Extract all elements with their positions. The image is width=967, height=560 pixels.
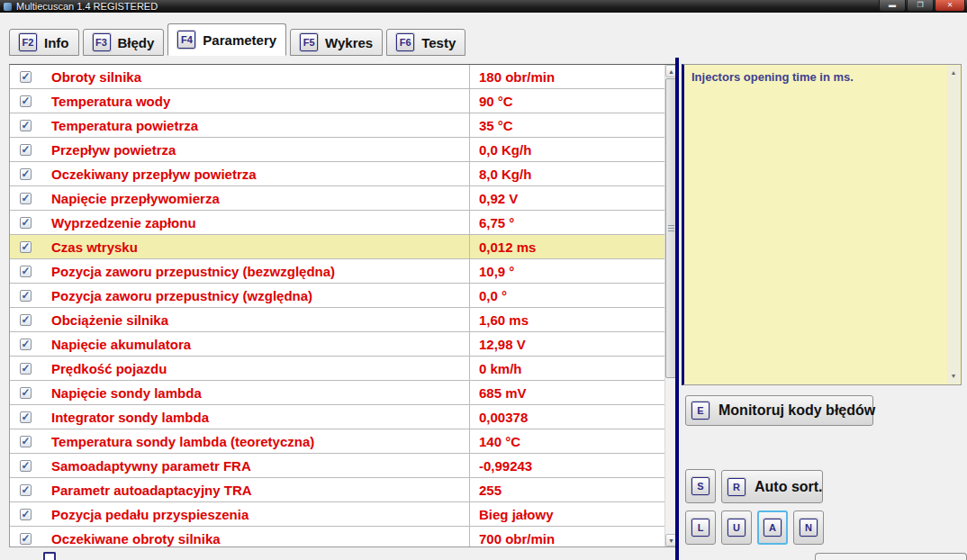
checkbox-cell xyxy=(10,460,41,472)
parameter-row[interactable]: Pozycja pedału przyspieszenia Bieg jałow… xyxy=(10,502,664,527)
checkbox-cell xyxy=(10,168,41,180)
tab[interactable]: F3 Błędy xyxy=(83,29,165,56)
parameter-row[interactable]: Temperatura sondy lambda (teoretyczna) 1… xyxy=(10,429,664,454)
row-checkbox[interactable] xyxy=(20,411,32,423)
parameter-row[interactable]: Integrator sondy lambda 0,00378 xyxy=(10,405,664,429)
scroll-up-icon[interactable]: ▲ xyxy=(947,68,960,78)
tab-label: Wykres xyxy=(325,35,373,50)
scroll-down-icon[interactable]: ▼ xyxy=(947,371,960,382)
row-checkbox[interactable] xyxy=(20,217,32,229)
parameter-row[interactable]: Przepływ powietrza 0,0 Kg/h xyxy=(10,138,664,162)
parameter-value: 8,0 Kg/h xyxy=(469,162,664,185)
parameters-table: Obroty silnika 180 obr/min Temperatura w… xyxy=(9,64,676,547)
parameter-row[interactable]: Temperatura wody 90 °C xyxy=(10,89,664,113)
view-mode-button[interactable]: A xyxy=(757,510,788,545)
row-checkbox[interactable] xyxy=(20,120,32,131)
parameter-value: 255 xyxy=(469,478,664,501)
row-checkbox[interactable] xyxy=(20,168,32,180)
parameter-row[interactable]: Obroty silnika 180 obr/min xyxy=(10,65,664,89)
parameter-row[interactable]: Obciążenie silnika 1,60 ms xyxy=(10,308,664,332)
row-checkbox[interactable] xyxy=(20,436,32,447)
sort-s-button[interactable]: S xyxy=(685,469,716,503)
parameter-name: Prędkość pojazdu xyxy=(41,361,469,376)
parameter-row[interactable]: Temperatura powietrza 35 °C xyxy=(10,113,664,138)
view-mode-button[interactable]: U xyxy=(721,510,752,545)
row-checkbox[interactable] xyxy=(20,71,32,83)
app-icon xyxy=(4,3,12,11)
row-checkbox[interactable] xyxy=(20,484,32,496)
parameter-row[interactable]: Prędkość pojazdu 0 km/h xyxy=(10,357,664,381)
s-key-keycap: S xyxy=(691,477,709,495)
parameter-name: Pozycja zaworu przepustnicy (bezwzględna… xyxy=(41,264,469,279)
parameter-value: 0,012 ms xyxy=(469,235,664,258)
close-button[interactable]: ✕ xyxy=(935,0,965,12)
function-key-keycap: F6 xyxy=(396,33,414,51)
parameter-value: 10,9 ° xyxy=(469,259,664,283)
parameter-description-text: Injectors opening time in ms. xyxy=(691,70,943,84)
view-mode-buttons: L U A N xyxy=(685,510,829,545)
checkbox-cell xyxy=(10,363,41,375)
letter-keycap: L xyxy=(691,519,709,537)
parameter-row[interactable]: Pozycja zaworu przepustnicy (bezwzględna… xyxy=(10,259,664,284)
checkbox-cell xyxy=(10,387,41,399)
parameter-name: Oczekiwany przepływ powietrza xyxy=(41,167,469,182)
parameter-row[interactable]: Napięcie akumulatora 12,98 V xyxy=(10,332,664,357)
letter-keycap: U xyxy=(728,519,746,537)
parameter-row[interactable]: Czas wtrysku 0,012 ms xyxy=(10,235,664,259)
parameter-row[interactable]: Parametr autoadaptacyjny TRA 255 xyxy=(10,478,664,502)
parameter-value: 180 obr/min xyxy=(469,65,664,88)
tab[interactable]: F6 Testy xyxy=(386,29,465,56)
parameter-value: 0,00378 xyxy=(469,405,664,429)
monitor-error-codes-button[interactable]: E Monitoruj kody błędów xyxy=(685,395,873,426)
auto-sort-button[interactable]: R Auto sort. xyxy=(721,470,823,503)
parameter-row[interactable]: Oczekiwany przepływ powietrza 8,0 Kg/h xyxy=(10,162,664,186)
parameter-value: 685 mV xyxy=(469,381,664,404)
row-checkbox[interactable] xyxy=(20,193,32,204)
parameter-row[interactable]: Napięcie sondy lambda 685 mV xyxy=(10,381,664,405)
tab-label: Info xyxy=(44,35,69,50)
row-checkbox[interactable] xyxy=(20,266,32,277)
parameter-row[interactable]: Napięcie przepływomierza 0,92 V xyxy=(10,186,664,211)
maximize-button[interactable]: ❐ xyxy=(907,0,934,12)
clipped-bottom-button[interactable] xyxy=(815,553,967,560)
row-checkbox[interactable] xyxy=(20,144,32,156)
row-checkbox[interactable] xyxy=(20,509,32,520)
row-checkbox[interactable] xyxy=(20,460,32,472)
parameter-description-box: Injectors opening time in ms. ▲ ▼ xyxy=(682,64,962,385)
checkbox-cell xyxy=(10,533,41,545)
tab[interactable]: F4 Parametery xyxy=(167,23,286,56)
monitor-button-label: Monitoruj kody błędów xyxy=(718,402,875,419)
r-key-keycap: R xyxy=(728,478,746,496)
minimize-button[interactable]: ▬ xyxy=(879,0,906,12)
parameter-row[interactable]: Samoadaptywny parametr FRA -0,99243 xyxy=(10,454,664,478)
parameter-row[interactable]: Wyprzedzenie zapłonu 6,75 ° xyxy=(10,211,664,235)
e-key-keycap: E xyxy=(691,402,709,420)
row-checkbox[interactable] xyxy=(20,314,32,326)
checkbox-cell xyxy=(10,95,41,107)
row-checkbox[interactable] xyxy=(20,290,32,302)
parameter-value: 1,60 ms xyxy=(469,308,664,331)
parameter-row[interactable]: Pozycja zaworu przepustnicy (względna) 0… xyxy=(10,284,664,308)
checkbox-cell xyxy=(10,217,41,229)
row-checkbox[interactable] xyxy=(20,363,32,375)
row-checkbox[interactable] xyxy=(20,387,32,399)
parameter-name: Wyprzedzenie zapłonu xyxy=(41,215,469,230)
checkbox-cell xyxy=(10,314,41,326)
view-mode-button[interactable]: L xyxy=(685,510,716,545)
clipped-keycap-icon xyxy=(43,552,56,560)
function-key-keycap: F2 xyxy=(19,33,37,51)
parameter-value: 0,92 V xyxy=(469,186,664,210)
parameter-row[interactable]: Oczekiwane obroty silnika 700 obr/min xyxy=(10,527,664,546)
view-mode-button[interactable]: N xyxy=(793,510,824,545)
tab[interactable]: F5 Wykres xyxy=(290,29,383,56)
checkbox-cell xyxy=(10,290,41,302)
row-checkbox[interactable] xyxy=(20,95,32,107)
tab[interactable]: F2 Info xyxy=(9,29,79,56)
row-checkbox[interactable] xyxy=(20,533,32,545)
close-icon: ✕ xyxy=(947,2,953,9)
row-checkbox[interactable] xyxy=(20,339,32,350)
parameter-name: Pozycja pedału przyspieszenia xyxy=(41,507,469,522)
parameter-name: Oczekiwane obroty silnika xyxy=(41,531,469,546)
row-checkbox[interactable] xyxy=(20,241,32,253)
description-scrollbar[interactable]: ▲ ▼ xyxy=(947,66,960,384)
